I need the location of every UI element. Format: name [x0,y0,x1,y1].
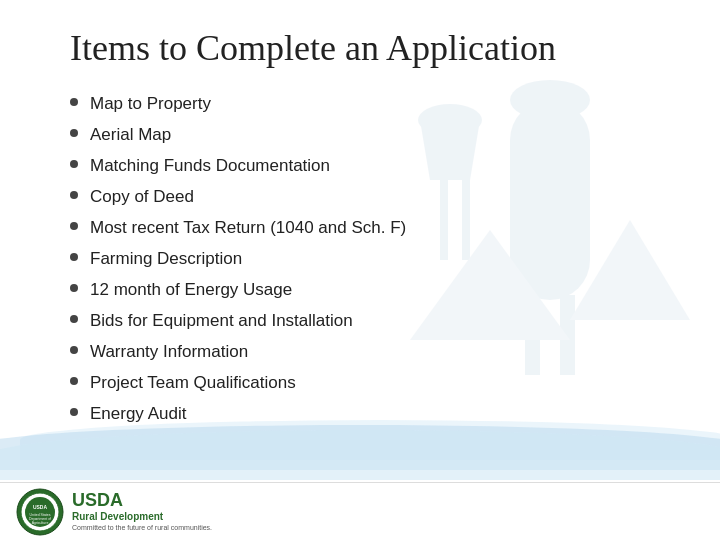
bullet-text: Warranty Information [90,341,248,364]
bullet-icon [70,408,78,416]
usda-text-block: USDA Rural Development Committed to the … [72,491,212,531]
usda-seal-icon: USDA United States Department of Agricul… [16,488,64,536]
slide: Items to Complete an Application Map to … [0,0,720,540]
bullet-icon [70,222,78,230]
svg-text:USDA: USDA [33,504,48,510]
bullet-text: Map to Property [90,93,211,116]
bullet-icon [70,377,78,385]
bullet-icon [70,98,78,106]
bullet-list: Map to PropertyAerial MapMatching Funds … [70,93,650,425]
usda-tagline: Committed to the future of rural communi… [72,524,212,532]
svg-text:Agriculture: Agriculture [32,521,49,525]
bullet-text: Bids for Equipment and Installation [90,310,353,333]
bullet-icon [70,253,78,261]
bullet-text: Farming Description [90,248,242,271]
bullet-text: Most recent Tax Return (1040 and Sch. F) [90,217,406,240]
list-item: Matching Funds Documentation [70,155,650,178]
bullet-icon [70,346,78,354]
bullet-text: Copy of Deed [90,186,194,209]
slide-content: Items to Complete an Application Map to … [0,0,720,514]
bullet-icon [70,284,78,292]
list-item: Most recent Tax Return (1040 and Sch. F) [70,217,650,240]
list-item: Warranty Information [70,341,650,364]
list-item: 12 month of Energy Usage [70,279,650,302]
slide-title: Items to Complete an Application [70,28,650,69]
bullet-icon [70,315,78,323]
list-item: Aerial Map [70,124,650,147]
usda-logo: USDA United States Department of Agricul… [16,488,212,536]
usda-subdivision: Rural Development [72,511,212,522]
usda-label: USDA [72,491,212,511]
bullet-text: Project Team Qualifications [90,372,296,395]
list-item: Bids for Equipment and Installation [70,310,650,333]
list-item: Project Team Qualifications [70,372,650,395]
bullet-icon [70,160,78,168]
list-item: Map to Property [70,93,650,116]
bullet-text: Aerial Map [90,124,171,147]
list-item: Copy of Deed [70,186,650,209]
bullet-text: 12 month of Energy Usage [90,279,292,302]
bullet-icon [70,191,78,199]
list-item: Farming Description [70,248,650,271]
list-item: Energy Audit [70,403,650,426]
footer: USDA United States Department of Agricul… [0,482,720,540]
bullet-text: Energy Audit [90,403,186,426]
bullet-icon [70,129,78,137]
bullet-text: Matching Funds Documentation [90,155,330,178]
